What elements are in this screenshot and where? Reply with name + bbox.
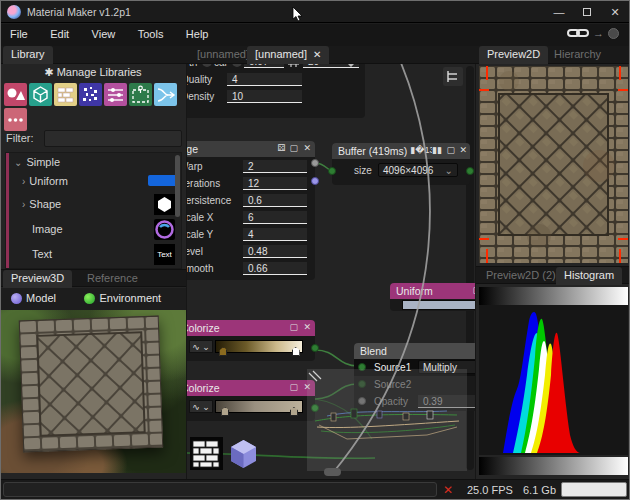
spinner-icon[interactable] xyxy=(347,64,355,67)
output-port[interactable] xyxy=(311,344,319,352)
output-port[interactable] xyxy=(466,167,474,175)
node-grunge[interactable]: Grunge ⚄ ▢ ✕ Warp 2 Iterations 12 Persis… xyxy=(186,141,315,280)
graph-editor[interactable]: th − cal 1 0.07 20 Quality 4 Density 10 … xyxy=(186,64,476,479)
preview-toggle-icon[interactable]: ▢ xyxy=(289,143,298,153)
randomize-dice-icon[interactable]: ⚄ xyxy=(277,143,285,153)
hierarchy-layout-button[interactable] xyxy=(443,67,463,86)
category-noise-icon[interactable] xyxy=(79,83,102,106)
param-field[interactable]: 0.48 xyxy=(243,245,307,258)
preview2d-viewport[interactable] xyxy=(479,66,628,263)
partial-value1-field[interactable]: 0.07 xyxy=(244,64,284,68)
tab-graph-2[interactable]: [unnamed]✕ xyxy=(247,46,329,64)
tab-reference[interactable]: Reference xyxy=(79,270,146,288)
graph-horizontal-scrollbar-thumb[interactable] xyxy=(324,468,341,476)
error-x-icon[interactable]: ✕ xyxy=(443,483,453,497)
category-misc-dots-icon[interactable] xyxy=(4,108,27,131)
param-label: Smooth xyxy=(186,262,213,275)
param-field[interactable]: 12 xyxy=(243,177,307,190)
preview3d-viewport[interactable] xyxy=(1,310,186,473)
category-cube-3d-icon[interactable] xyxy=(29,83,52,106)
curve-preset-button[interactable]: ∿ ⌄ xyxy=(189,400,213,413)
node-uniform[interactable]: Uniform ▢ xyxy=(390,283,476,311)
tree-item-text[interactable]: Text xyxy=(32,248,52,260)
node-buffer[interactable]: Buffer (419ms) ▮�135; ▮▮ ▢ ✕ size 4096×4… xyxy=(332,143,470,185)
snap-icon[interactable] xyxy=(288,64,300,68)
maximize-button[interactable] xyxy=(573,1,601,23)
gradient-stop[interactable] xyxy=(292,347,300,356)
menu-tools[interactable]: Tools xyxy=(129,24,173,40)
gradient-stop[interactable] xyxy=(290,407,298,416)
tree-item-shape[interactable]: ›Shape xyxy=(22,198,61,210)
tree-label: Image xyxy=(32,223,63,235)
gradient-editor[interactable] xyxy=(215,400,303,413)
title-bar[interactable]: Material Maker v1.2p1 — ✕ xyxy=(1,1,629,23)
buffer-size-dropdown[interactable]: 4096×4096⌄ xyxy=(378,163,458,177)
category-simple-shapes-icon[interactable] xyxy=(4,83,27,106)
output-port-gray[interactable] xyxy=(311,159,319,167)
model-button[interactable]: Model xyxy=(11,292,56,304)
node-colorize-2[interactable]: Colorize ▢ ✕ ∿ ⌄ xyxy=(186,380,315,421)
tab-preview3d[interactable]: Preview3D xyxy=(3,270,72,288)
manage-libraries-button[interactable]: ✱ Manage Libraries xyxy=(9,66,177,81)
minimize-button[interactable]: — xyxy=(545,1,573,23)
minimap-overlay[interactable] xyxy=(307,369,467,471)
tab-hierarchy[interactable]: Hierarchy xyxy=(546,46,609,64)
output-port-color[interactable] xyxy=(311,177,319,185)
node-colorize-1[interactable]: Colorize ▢ ✕ ∿ ⌄ xyxy=(186,320,315,361)
category-group-icon[interactable] xyxy=(129,83,152,106)
chevron-right-icon[interactable]: › xyxy=(22,176,25,187)
node-close-icon[interactable]: ✕ xyxy=(303,143,311,153)
close-button[interactable]: ✕ xyxy=(601,1,629,23)
tree-scrollbar[interactable] xyxy=(175,155,180,217)
menu-edit[interactable]: Edit xyxy=(41,24,78,40)
filter-input[interactable] xyxy=(44,130,182,147)
category-workflow-icon[interactable] xyxy=(154,83,177,106)
uniform-color-swatch[interactable] xyxy=(402,300,476,310)
node-close-icon[interactable]: ✕ xyxy=(303,322,311,332)
menu-file[interactable]: File xyxy=(1,24,37,40)
node-title: Buffer (419ms) xyxy=(338,145,407,157)
input-port[interactable] xyxy=(328,167,336,175)
param-field[interactable]: 4 xyxy=(243,228,307,241)
param-field[interactable]: 2 xyxy=(243,160,307,173)
preview-toggle-icon[interactable]: ▢ xyxy=(289,382,298,392)
node-material-cube[interactable] xyxy=(227,437,260,470)
menu-view[interactable]: View xyxy=(83,24,125,40)
curve-preset-button[interactable]: ∿ ⌄ xyxy=(189,340,213,353)
tab-library[interactable]: Library xyxy=(3,46,53,64)
param-label: Scale Y xyxy=(186,228,213,241)
tree-item-simple[interactable]: ⌄Simple xyxy=(14,156,60,168)
param-field[interactable]: 0.66 xyxy=(243,262,307,275)
environment-button[interactable]: Environment xyxy=(84,292,161,304)
gradient-stop[interactable] xyxy=(219,347,227,356)
partial-param2-field[interactable]: 4 xyxy=(227,73,302,86)
category-filter-sliders-icon[interactable] xyxy=(104,83,127,106)
tab-preview2d[interactable]: Preview2D xyxy=(479,46,548,64)
chevron-down-icon[interactable]: ⌄ xyxy=(14,157,22,168)
minus-badge-icon[interactable]: − xyxy=(202,64,212,67)
link-icon[interactable] xyxy=(567,27,589,39)
tab-close-icon[interactable]: ✕ xyxy=(313,49,321,60)
tab-histogram[interactable]: Histogram xyxy=(556,267,622,285)
partial-param3-field[interactable]: 10 xyxy=(227,90,302,103)
tree-item-uniform[interactable]: ›Uniform xyxy=(22,175,68,187)
param-field[interactable]: 0.6 xyxy=(243,194,307,207)
tree-item-image[interactable]: Image xyxy=(32,223,63,235)
one-badge-icon[interactable]: 1 xyxy=(232,64,242,67)
node-close-icon[interactable]: ✕ xyxy=(459,145,467,155)
chevron-right-icon[interactable]: › xyxy=(22,199,25,210)
partial-fragment-cal: cal xyxy=(214,64,227,69)
tab-preview2d-2[interactable]: Preview2D (2) xyxy=(478,267,564,285)
param-field[interactable]: 6 xyxy=(243,211,307,224)
preview-toggle-icon[interactable]: ▢ xyxy=(446,145,455,155)
node-bricks-thumbnail[interactable] xyxy=(190,437,223,470)
category-bricks-pattern-icon[interactable] xyxy=(54,83,77,106)
resize-handle-icon xyxy=(309,371,321,381)
menu-help[interactable]: Help xyxy=(177,24,218,40)
node-partial-top[interactable]: th − cal 1 0.07 20 Quality 4 Density 10 xyxy=(186,64,365,118)
gradient-stop[interactable] xyxy=(221,407,229,416)
remote-icon[interactable] xyxy=(608,28,619,39)
gradient-editor[interactable] xyxy=(215,340,303,353)
tab-graph-2-label: [unnamed] xyxy=(255,48,307,60)
preview-toggle-icon[interactable]: ▢ xyxy=(289,322,298,332)
